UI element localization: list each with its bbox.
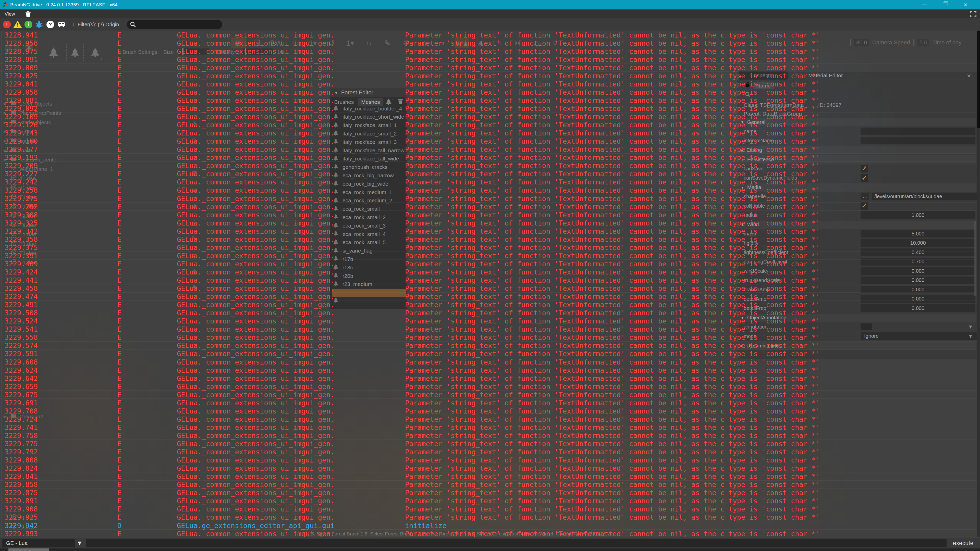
console-log-row: 3229.908EGELua._common_extensions_ui_img… xyxy=(0,505,980,513)
console-scrollbar[interactable] xyxy=(977,30,980,537)
log-message: Parameter 'string_text' of function 'Tex… xyxy=(405,235,820,243)
log-level: E xyxy=(118,391,121,399)
console-log-row: 3229.275EGELua._common_extensions_ui_img… xyxy=(0,194,980,203)
log-message: Parameter 'string_text' of function 'Tex… xyxy=(405,358,820,366)
log-level: E xyxy=(118,513,121,521)
log-timestamp: 3229.292 xyxy=(5,203,38,211)
log-level: E xyxy=(118,235,121,243)
log-origin: GELua._common_extensions_ui_imgui_gen. xyxy=(177,64,334,72)
log-timestamp: 3229.758 xyxy=(5,432,38,440)
console-log-row: 3229.792EGELua._common_extensions_ui_img… xyxy=(0,448,980,456)
log-timestamp: 3229.109 xyxy=(5,113,38,121)
app-window: BeamNG.drive - 0.24.0.1.13359 - RELEASE … xyxy=(0,0,980,551)
window-title: BeamNG.drive - 0.24.0.1.13359 - RELEASE … xyxy=(10,2,118,8)
console-log-row: 3229.358EGELua._common_extensions_ui_img… xyxy=(0,235,980,243)
log-origin: GELua._common_extensions_ui_imgui_gen. xyxy=(177,333,334,341)
log-level: E xyxy=(118,154,121,162)
console-log-row: 3229.193EGELua._common_extensions_ui_img… xyxy=(0,153,980,162)
log-timestamp: 3229.009 xyxy=(5,64,38,72)
log-level: E xyxy=(118,88,121,96)
console-log-row: 3229.659EGELua._common_extensions_ui_img… xyxy=(0,382,980,391)
log-timestamp: 3229.308 xyxy=(5,211,38,219)
console-log-row: 3229.242EGELua._common_extensions_ui_img… xyxy=(0,178,980,186)
console-log-row: 3229.474EGELua._common_extensions_ui_img… xyxy=(0,292,980,301)
console-log-row: 3229.375EGELua._common_extensions_ui_img… xyxy=(0,243,980,251)
inspector-scrollbar-handle[interactable] xyxy=(974,221,977,296)
titlebar: BeamNG.drive - 0.24.0.1.13359 - RELEASE … xyxy=(0,0,980,10)
log-message: Parameter 'string_text' of function 'Tex… xyxy=(405,195,820,203)
console-scrollbar-handle[interactable] xyxy=(977,30,980,128)
log-message: Parameter 'string_text' of function 'Tex… xyxy=(405,64,820,72)
info-filter-icon[interactable]: i xyxy=(24,21,32,28)
console-log-row: 3229.441EGELua._common_extensions_ui_img… xyxy=(0,276,980,284)
minimize-button[interactable] xyxy=(916,0,934,10)
vm-selector-dropdown[interactable]: GE - Lua xyxy=(2,539,75,548)
log-origin: GELua._common_extensions_ui_imgui_gen. xyxy=(177,301,334,309)
log-origin: GELua._common_extensions_ui_imgui_gen. xyxy=(177,448,334,456)
log-level: E xyxy=(118,48,121,56)
log-timestamp: 3228.975 xyxy=(5,48,38,56)
log-timestamp: 3229.342 xyxy=(5,227,38,235)
console-log-row: 3229.458EGELua._common_extensions_ui_img… xyxy=(0,284,980,292)
log-timestamp: 3229.160 xyxy=(5,137,38,145)
log-origin: GELua._common_extensions_ui_imgui_gen. xyxy=(177,472,334,480)
log-level: E xyxy=(118,137,121,145)
log-origin: GELua._common_extensions_ui_imgui_gen. xyxy=(177,203,334,211)
close-button[interactable]: × xyxy=(956,0,974,10)
fullscreen-corners-icon[interactable] xyxy=(970,11,977,17)
log-level: E xyxy=(118,39,121,47)
log-timestamp: 3229.608 xyxy=(5,358,38,366)
log-level: E xyxy=(118,530,121,537)
log-timestamp: 3229.741 xyxy=(5,424,38,431)
clear-log-trash-icon[interactable] xyxy=(25,11,32,17)
log-timestamp: 3229.209 xyxy=(5,162,38,170)
log-level: E xyxy=(118,456,121,464)
log-timestamp: 3229.691 xyxy=(5,399,38,407)
log-message: Parameter 'string_text' of function 'Tex… xyxy=(405,227,820,235)
log-message: Parameter 'string_text' of function 'Tex… xyxy=(405,375,820,383)
log-origin: GELua._common_extensions_ui_imgui_gen. xyxy=(177,481,334,489)
log-level: E xyxy=(118,72,121,80)
view-menu[interactable]: View xyxy=(5,11,15,17)
log-origin: GELua._common_extensions_ui_imgui_gen. xyxy=(177,170,334,178)
console-log-row: 3229.308EGELua._common_extensions_ui_img… xyxy=(0,210,980,219)
log-message: Parameter 'string_text' of function 'Tex… xyxy=(405,276,820,284)
scroll-down-icon[interactable]: ↓ xyxy=(72,21,75,27)
log-origin: GELua._common_extensions_ui_imgui_gen. xyxy=(177,97,334,104)
log-message: Parameter 'string_text' of function 'Tex… xyxy=(405,31,820,39)
log-message: Parameter 'string_text' of function 'Tex… xyxy=(405,137,820,145)
help-filter-icon[interactable]: ? xyxy=(46,21,54,28)
console-log-row: 3228.941EGELua._common_extensions_ui_img… xyxy=(0,30,980,39)
log-level: E xyxy=(118,162,121,170)
console-toolbar: ! ! i ? ↓ Filter(s): (?) Origin ⟳❐⇧W⌗1▾↺… xyxy=(0,18,980,31)
console-log-row: 3229.558EGELua._common_extensions_ui_img… xyxy=(0,333,980,341)
execute-button[interactable]: execute xyxy=(948,538,978,548)
horizontal-scrollbar-handle[interactable] xyxy=(8,548,49,551)
search-input[interactable] xyxy=(139,21,221,29)
log-level: E xyxy=(118,383,121,391)
maximize-button[interactable] xyxy=(936,0,954,10)
log-message: Parameter 'string_text' of function 'Tex… xyxy=(405,154,820,162)
log-message: Parameter 'string_text' of function 'Tex… xyxy=(405,72,820,80)
log-origin: GELua._common_extensions_ui_imgui_gen. xyxy=(177,391,334,399)
log-origin: GELua._common_extensions_ui_imgui_gen. xyxy=(177,137,334,145)
log-timestamp: 3229.792 xyxy=(5,448,38,456)
vehicle-filter-icon[interactable] xyxy=(57,21,66,28)
log-message: Parameter 'string_text' of function 'Tex… xyxy=(405,178,820,186)
warning-filter-icon[interactable]: ! xyxy=(13,21,22,28)
vm-selector-caret-icon[interactable]: ▼ xyxy=(76,540,83,547)
log-origin: GELua._common_extensions_ui_imgui_gen. xyxy=(177,505,334,513)
log-message: Parameter 'string_text' of function 'Tex… xyxy=(405,530,820,537)
command-input[interactable] xyxy=(86,539,947,548)
debug-filter-icon[interactable] xyxy=(35,21,43,28)
log-level: E xyxy=(118,113,121,121)
log-level: E xyxy=(118,440,121,448)
log-level: E xyxy=(118,284,121,292)
console-log-row: 3229.541EGELua._common_extensions_ui_img… xyxy=(0,325,980,333)
log-level: E xyxy=(118,366,121,374)
error-filter-icon[interactable]: ! xyxy=(3,21,11,28)
log-level: E xyxy=(118,424,121,431)
horizontal-scrollbar[interactable] xyxy=(0,548,980,551)
log-level: E xyxy=(118,268,121,276)
log-level: E xyxy=(118,301,121,309)
